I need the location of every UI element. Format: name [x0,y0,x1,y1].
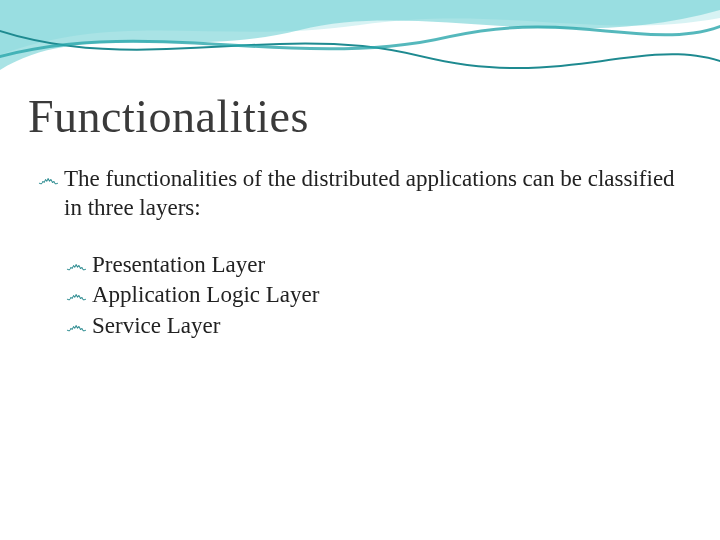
list-item: ෴ Presentation Layer [66,251,690,280]
slide-body: ෴ The functionalities of the distributed… [38,165,690,343]
bullet-icon: ෴ [66,251,92,279]
bullet-icon: ෴ [66,312,92,340]
slide: Functionalities ෴ The functionalities of… [0,0,720,540]
layer-label: Service Layer [92,312,690,341]
list-item: ෴ Service Layer [66,312,690,341]
layer-label: Presentation Layer [92,251,690,280]
slide-title: Functionalities [28,90,309,143]
layer-label: Application Logic Layer [92,281,690,310]
bullet-icon: ෴ [66,281,92,309]
intro-text: The functionalities of the distributed a… [64,165,690,223]
intro-bullet: ෴ The functionalities of the distributed… [38,165,690,223]
layer-list: ෴ Presentation Layer ෴ Application Logic… [66,251,690,341]
bullet-icon: ෴ [38,165,64,193]
list-item: ෴ Application Logic Layer [66,281,690,310]
